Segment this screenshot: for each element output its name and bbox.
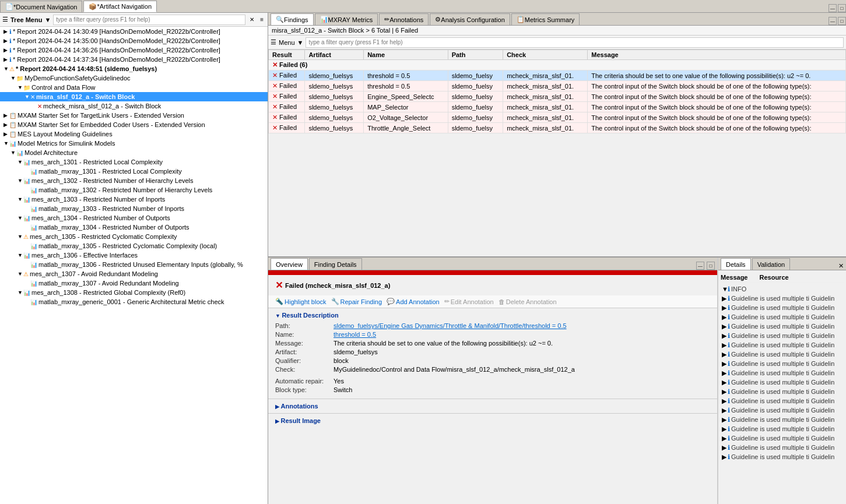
sidebar-item-4[interactable]: ▶ ℹ Guideline is used multiple ti Guidel… <box>721 322 844 332</box>
sidebar-item-18[interactable]: ▶ ℹ Guideline is used multiple ti Guidel… <box>721 453 844 462</box>
sidebar-item-10[interactable]: ▶ ℹ Guideline is used multiple ti Guidel… <box>721 378 844 387</box>
repair-finding-btn[interactable]: 🔧 Repair Finding <box>331 298 382 305</box>
sidebar-item-6[interactable]: ▶ ℹ Guideline is used multiple ti Guidel… <box>721 341 844 350</box>
sidebar-item-17[interactable]: ▶ ℹ Guideline is used multiple ti Guidel… <box>721 443 844 453</box>
highlight-block-btn[interactable]: 🔦 Highlight block <box>275 298 327 305</box>
tree-item-arch-1306[interactable]: ▼ 📊 mes_arch_1306 - Effective Interfaces <box>0 251 268 260</box>
expand-icon-7[interactable]: ▼ <box>17 84 23 90</box>
tree-item-arch-1304[interactable]: ▼ 📊 mes_arch_1304 - Restricted Number of… <box>0 213 268 223</box>
expand-icon-23[interactable]: ▼ <box>17 234 23 239</box>
expand-sidebar-18[interactable]: ▶ <box>722 453 728 461</box>
tab-document-navigation[interactable]: 📄 *Document Navigation <box>0 1 82 12</box>
tree-item-arch-1302[interactable]: ▼ 📊 mes_arch_1302 - Restricted Number of… <box>0 176 268 185</box>
tree-item-mydemo[interactable]: ▼ 📁 MyDemoFunctionSafetyGuidelinedoc <box>0 73 268 83</box>
expand-icon-25[interactable]: ▼ <box>17 252 23 258</box>
table-row-5[interactable]: ✕ Failed sldemo_fuelsys O2_Voltage_Selec… <box>269 112 846 123</box>
tree-item-mcheck[interactable]: ✕ mcheck_misra_slsf_012_a - Switch Block <box>0 101 268 111</box>
expand-sidebar-4[interactable]: ▶ <box>722 323 728 330</box>
tab-metrics-summary[interactable]: 📋 Metrics Summary <box>511 13 580 25</box>
tree-item-arch-1301[interactable]: ▼ 📊 mes_arch_1301 - Restricted Local Com… <box>0 157 268 167</box>
expand-icon-5[interactable]: ▼ <box>3 66 9 72</box>
findings-filter-input[interactable] <box>306 37 844 48</box>
table-row-6[interactable]: ✕ Failed sldemo_fuelsys Throttle_Angle_S… <box>269 123 846 133</box>
expand-sidebar-14[interactable]: ▶ <box>722 416 728 424</box>
tree-item-matlab-1302[interactable]: 📊 matlab_mxray_1302 - Restricted Number … <box>0 185 268 195</box>
tree-item-matlab-1306[interactable]: 📊 matlab_mxray_1306 - Restricted Unused … <box>0 260 268 269</box>
expand-sidebar-8[interactable]: ▶ <box>722 360 728 368</box>
overview-minimize[interactable]: — <box>696 262 704 270</box>
tree-item-report1[interactable]: ▶ ℹ * Report 2024-04-24 14:30:49 [HandsO… <box>0 27 268 36</box>
expand-sidebar-2[interactable]: ▶ <box>722 304 728 312</box>
tree-item-mes-layout[interactable]: ▶ 📋 MES Layout Modeling Guidelines <box>0 129 268 139</box>
sidebar-item-13[interactable]: ▶ ℹ Guideline is used multiple ti Guidel… <box>721 406 844 415</box>
tree-filter-input[interactable] <box>53 15 245 25</box>
expand-icon-13[interactable]: ▼ <box>3 140 9 146</box>
name-link[interactable]: threshold = 0.5 <box>334 331 376 338</box>
path-link[interactable]: sldemo_fuelsys/Engine Gas Dynamics/Throt… <box>334 322 567 329</box>
sidebar-item-14[interactable]: ▶ ℹ Guideline is used multiple ti Guidel… <box>721 415 844 425</box>
tree-item-misra-switch[interactable]: ▼ ✕ misra_slsf_012_a - Switch Block <box>0 92 268 101</box>
tree-item-control-data[interactable]: ▼ 📁 Control and Data Flow <box>0 83 268 92</box>
sidebar-item-12[interactable]: ▶ ℹ Guideline is used multiple ti Guidel… <box>721 397 844 406</box>
expand-icon-8[interactable]: ▼ <box>24 94 30 100</box>
sidebar-item-9[interactable]: ▶ ℹ Guideline is used multiple ti Guidel… <box>721 369 844 378</box>
tree-item-matlab-1301[interactable]: 📊 matlab_mxray_1301 - Restricted Local C… <box>0 167 268 176</box>
sidebar-item-1[interactable]: ▶ ℹ Guideline is used multiple ti Guidel… <box>721 294 844 304</box>
tab-overview[interactable]: Overview <box>271 258 308 270</box>
annotations-title[interactable]: Annotations <box>275 403 710 410</box>
tree-item-mxam-targetlink[interactable]: ▶ 📋 MXAM Starter Set for TargetLink User… <box>0 111 268 120</box>
expand-sidebar-6[interactable]: ▶ <box>722 341 728 349</box>
sidebar-item-11[interactable]: ▶ ℹ Guideline is used multiple ti Guidel… <box>721 387 844 397</box>
tree-item-arch-1308[interactable]: ▼ 📊 mes_arch_1308 - Restricted Global Co… <box>0 288 268 297</box>
tree-item-arch-1305[interactable]: ▼ ⚠ mes_arch_1305 - Restricted Cyclomati… <box>0 232 268 241</box>
expand-icon-3[interactable]: ▶ <box>3 47 9 53</box>
expand-icon-15[interactable]: ▼ <box>17 159 23 165</box>
expand-sidebar-15[interactable]: ▶ <box>722 425 728 433</box>
tab-analysis-config[interactable]: ⚙ Analysis Configuration <box>430 13 510 25</box>
sidebar-item-2[interactable]: ▶ ℹ Guideline is used multiple ti Guidel… <box>721 304 844 313</box>
tab-artifact-navigation[interactable]: 📦 *Artifact Navigation <box>83 1 157 12</box>
tree-item-matlab-1304[interactable]: 📊 matlab_mxray_1304 - Restricted Number … <box>0 223 268 232</box>
tree-item-report5[interactable]: ▼ ⚠ * Report 2024-04-24 14:48:51 (sldemo… <box>0 64 268 73</box>
expand-icon-21[interactable]: ▼ <box>17 215 23 221</box>
expand-icon-4[interactable]: ▶ <box>3 57 9 62</box>
tree-filter-options[interactable]: ≡ <box>258 16 265 23</box>
expand-icon-17[interactable]: ▼ <box>17 178 23 184</box>
expand-icon-27[interactable]: ▼ <box>17 271 23 277</box>
tree-item-matlab-generic[interactable]: 📊 matlab_mxray_generic_0001 - Generic Ar… <box>0 297 268 306</box>
findings-minimize[interactable]: — <box>829 17 837 25</box>
tab-mxray[interactable]: 📊 MXRAY Metrics <box>315 13 378 25</box>
expand-sidebar-11[interactable]: ▶ <box>722 388 728 396</box>
findings-maximize[interactable]: □ <box>838 17 846 25</box>
expand-sidebar-1[interactable]: ▶ <box>722 295 728 302</box>
expand-icon-2[interactable]: ▶ <box>3 38 9 44</box>
tab-finding-details[interactable]: Finding Details <box>309 258 362 270</box>
tree-filter-clear[interactable]: ✕ <box>248 16 256 23</box>
group-row-failed[interactable]: ✕ Failed (6) <box>269 60 846 71</box>
sidebar-item-8[interactable]: ▶ ℹ Guideline is used multiple ti Guidel… <box>721 360 844 369</box>
sidebar-item-5[interactable]: ▶ ℹ Guideline is used multiple ti Guidel… <box>721 332 844 341</box>
maximize-button[interactable]: □ <box>838 4 846 12</box>
expand-sidebar-17[interactable]: ▶ <box>722 444 728 452</box>
expand-sidebar-5[interactable]: ▶ <box>722 332 728 340</box>
tree-item-arch-1307[interactable]: ▼ ⚠ mes_arch_1307 - Avoid Redundant Mode… <box>0 269 268 279</box>
tab-validation[interactable]: Validation <box>752 258 791 270</box>
add-annotation-btn[interactable]: 💬 Add Annotation <box>387 298 440 305</box>
tab-annotations[interactable]: ✏ Annotations <box>379 13 429 25</box>
expand-icon-12[interactable]: ▶ <box>3 131 9 137</box>
expand-sidebar-7[interactable]: ▶ <box>722 351 728 358</box>
expand-sidebar-16[interactable]: ▶ <box>722 435 728 442</box>
expand-sidebar-3[interactable]: ▶ <box>722 313 728 321</box>
expand-icon-10[interactable]: ▶ <box>3 112 9 118</box>
tab-details[interactable]: Details <box>721 258 751 270</box>
expand-icon-1[interactable]: ▶ <box>3 29 9 34</box>
tree-item-matlab-1303[interactable]: 📊 matlab_mxray_1303 - Restricted Number … <box>0 204 268 213</box>
tree-menu-dropdown-icon[interactable]: ▼ <box>44 16 51 23</box>
sidebar-close-btn[interactable]: ✕ <box>836 262 846 270</box>
tree-item-report2[interactable]: ▶ ℹ * Report 2024-04-24 14:35:00 [HandsO… <box>0 36 268 45</box>
overview-maximize[interactable]: □ <box>707 262 715 270</box>
tab-findings[interactable]: 🔍 Findings <box>271 13 314 25</box>
tree-item-model-metrics[interactable]: ▼ 📊 Model Metrics for Simulink Models <box>0 139 268 148</box>
table-row-4[interactable]: ✕ Failed sldemo_fuelsys MAP_Selector sld… <box>269 102 846 112</box>
tree-item-matlab-1307[interactable]: 📊 matlab_mxray_1307 - Avoid Redundant Mo… <box>0 279 268 288</box>
